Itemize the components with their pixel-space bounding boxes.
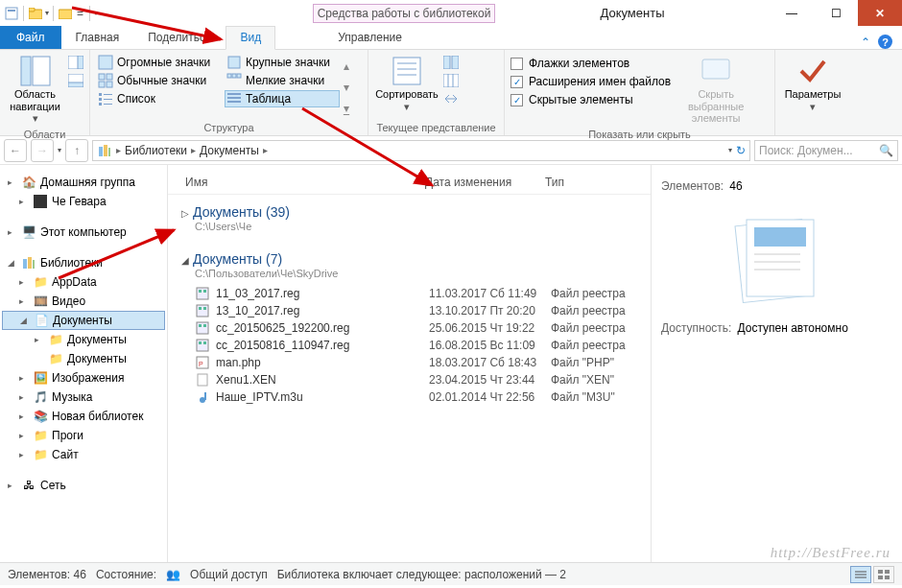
hide-selected-button[interactable]: Скрыть выбранные элементы (675, 54, 757, 127)
svg-rect-40 (104, 145, 107, 156)
file-type: Файл "PHP" (551, 356, 614, 369)
nav-new-library[interactable]: ▸📚Новая библиотек (2, 407, 165, 426)
file-row[interactable]: cc_20150816_110947.reg16.08.2015 Вс 11:0… (168, 337, 651, 354)
file-row[interactable]: cc_20150625_192200.reg25.06.2015 Чт 19:2… (168, 319, 651, 337)
group-show-hide: Флажки элементов ✓Расширения имен файлов… (505, 50, 775, 135)
svg-rect-65 (754, 227, 806, 247)
details-pane-icon[interactable] (68, 74, 83, 89)
sort-button[interactable]: Сортировать ▾ (374, 54, 439, 114)
nav-images[interactable]: ▸🖼️Изображения (2, 368, 165, 388)
file-date: 11.03.2017 Сб 11:49 (429, 287, 551, 300)
address-dropdown-icon[interactable]: ▾ (728, 146, 732, 154)
checkmark-icon (797, 56, 828, 86)
scroll-down-icon[interactable]: ▾ (344, 81, 349, 94)
file-type: Файл реестра (551, 287, 626, 300)
svg-rect-74 (878, 576, 883, 579)
collapse-ribbon-icon[interactable]: ⌃ (861, 35, 870, 49)
group-by-icon[interactable] (443, 56, 459, 71)
breadcrumb[interactable]: ▸ Библиотеки ▸ Документы ▸ ▾ ↻ (92, 140, 750, 161)
nav-music[interactable]: ▸🎵Музыка (2, 388, 165, 407)
history-dropdown-icon[interactable]: ▾ (58, 146, 61, 154)
navigation-pane-button[interactable]: Область навигации ▾ (6, 54, 64, 127)
preview-pane-icon[interactable] (68, 56, 83, 71)
qat-more-icon[interactable]: ▾ (94, 9, 98, 17)
file-type: Файл реестра (551, 304, 626, 318)
group-header[interactable]: ▷Документы (39) (168, 195, 651, 220)
file-row[interactable]: 13_10_2017.reg13.10.2017 Пт 20:20Файл ре… (168, 302, 651, 319)
checkbox-file-extensions[interactable]: ✓Расширения имен файлов (510, 74, 671, 89)
icons-view-button[interactable] (873, 566, 894, 583)
size-columns-icon[interactable] (443, 92, 459, 107)
checkbox-item-flags[interactable]: Флажки элементов (510, 56, 671, 71)
layout-huge-icons[interactable]: Огромные значки (96, 54, 221, 71)
nav-documents-sub1[interactable]: ▸📁Документы (2, 330, 165, 349)
new-folder-icon[interactable] (28, 6, 43, 21)
chevron-right-icon[interactable]: ▸ (261, 145, 270, 155)
nav-appdata[interactable]: ▸📁AppData (2, 272, 165, 292)
qat-dropdown-icon[interactable]: ▾ (45, 9, 49, 17)
chevron-right-icon[interactable]: ▸ (189, 145, 198, 155)
tab-view[interactable]: Вид (226, 26, 275, 50)
details-view-button[interactable] (850, 566, 871, 583)
file-row[interactable]: Pman.php18.03.2017 Сб 18:43Файл "PHP" (168, 354, 651, 371)
search-input[interactable]: Поиск: Докумен... 🔍 (754, 140, 898, 161)
scroll-up-icon[interactable]: ▴ (344, 59, 349, 73)
refresh-icon[interactable]: ↻ (736, 144, 746, 157)
dropdown-icon: ▾ (404, 101, 410, 113)
properties-icon[interactable] (4, 6, 19, 21)
svg-rect-39 (99, 147, 103, 156)
up-button[interactable]: ↑ (65, 139, 88, 162)
window-title: Документы (495, 6, 770, 20)
column-date[interactable]: Дата изменения (425, 176, 545, 189)
nav-documents-sub2[interactable]: 📁Документы (2, 349, 165, 368)
chevron-right-icon[interactable]: ▸ (114, 145, 123, 155)
nav-progi[interactable]: ▸📁Проги (2, 426, 165, 445)
nav-label: Сеть (40, 479, 66, 492)
group-header[interactable]: ◢Документы (7) (168, 238, 651, 267)
layout-small-icons[interactable]: Мелкие значки (225, 72, 340, 89)
layout-big-icons[interactable]: Крупные значки (225, 54, 340, 71)
maximize-button[interactable]: ☐ (814, 0, 858, 26)
nav-homegroup[interactable]: ▸🏠Домашняя группа (2, 173, 165, 192)
file-row[interactable]: Xenu1.XEN23.04.2015 Чт 23:44Файл "XEN" (168, 371, 651, 388)
layout-list[interactable]: Список (96, 90, 221, 107)
crumb-libraries[interactable]: Библиотеки (125, 144, 187, 157)
layout-label: Крупные значки (246, 56, 330, 69)
contextual-tab-label: Средства работы с библиотекой (313, 4, 495, 23)
file-row[interactable]: 11_03_2017.reg11.03.2017 Сб 11:49Файл ре… (168, 285, 651, 302)
close-button[interactable]: ✕ (858, 0, 902, 26)
column-type[interactable]: Тип (545, 176, 641, 189)
tab-share[interactable]: Поделиться (133, 26, 226, 49)
layout-table[interactable]: Таблица (225, 90, 340, 107)
help-icon[interactable]: ? (878, 35, 892, 49)
tab-manage[interactable]: Управление (323, 26, 416, 49)
nav-libraries[interactable]: ◢Библиотеки (2, 253, 165, 272)
tab-home[interactable]: Главная (61, 26, 134, 49)
parameters-button[interactable]: Параметры ▾ (781, 54, 844, 114)
checkbox-hidden-items[interactable]: ✓Скрытые элементы (510, 92, 671, 107)
nav-site[interactable]: ▸📁Сайт (2, 445, 165, 464)
file-row[interactable]: Наше_IPTV.m3u02.01.2014 Чт 22:56Файл "M3… (168, 388, 651, 406)
column-name[interactable]: Имя (185, 176, 425, 189)
nav-documents[interactable]: ◢📄Документы (2, 311, 165, 330)
forward-button[interactable]: → (31, 139, 54, 162)
nav-network[interactable]: ▸🖧Сеть (2, 476, 165, 495)
layout-normal-icons[interactable]: Обычные значки (96, 72, 221, 89)
minimize-button[interactable]: — (770, 0, 814, 26)
layout-more-icon[interactable]: ▾̲ (344, 102, 349, 115)
nav-user-che[interactable]: ▸Че Гевара (2, 192, 165, 211)
nav-this-pc[interactable]: ▸🖥️Этот компьютер (2, 223, 165, 242)
network-icon: 🖧 (21, 478, 36, 493)
tab-file[interactable]: Файл (0, 26, 61, 49)
search-placeholder: Поиск: Докумен... (759, 144, 853, 157)
back-button[interactable]: ← (4, 139, 27, 162)
nav-video[interactable]: ▸🎞️Видео (2, 292, 165, 311)
folder-icon[interactable] (58, 6, 73, 21)
svg-rect-15 (107, 82, 112, 87)
collapse-icon: ◢ (181, 255, 189, 266)
nav-label: Библиотеки (40, 256, 103, 270)
add-columns-icon[interactable] (443, 74, 459, 89)
crumb-documents[interactable]: Документы (200, 144, 259, 157)
status-elements: Элементов: 46 (8, 568, 86, 581)
svg-rect-18 (99, 98, 102, 101)
